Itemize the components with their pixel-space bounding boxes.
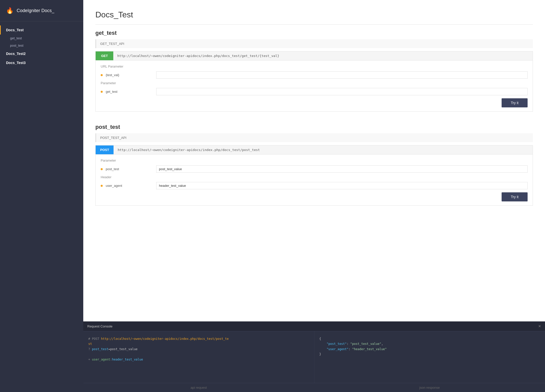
param-dot-icon <box>101 91 103 93</box>
param-row-post-test: post_test <box>101 165 528 173</box>
console-json-open: { <box>319 336 540 341</box>
param-dot-icon <box>101 74 103 76</box>
param-name-get-test: get_test <box>106 90 156 94</box>
code-header-val: header_test_value <box>112 358 143 361</box>
sidebar-item-docs-test[interactable]: Docs_Test <box>0 25 83 35</box>
console-left-pane: # POST http://localhost/~owen/codeignite… <box>83 331 314 383</box>
header-label-post: Header <box>101 175 528 179</box>
code-query-val: =post_test_value <box>108 347 138 351</box>
console-title: Request Console <box>87 324 113 328</box>
section-get-test: get_test GET_TEST_API GET http://localho… <box>95 30 533 112</box>
params-label-post: Parameter <box>101 159 528 162</box>
section-title-post-test: post_test <box>95 124 533 130</box>
main-content: Docs_Test get_test GET_TEST_API GET http… <box>83 0 545 321</box>
page-title: Docs_Test <box>95 10 533 25</box>
code-header-sep: : <box>110 358 112 361</box>
endpoint-bar-get: GET http://localhost/~owen/codeigniter-a… <box>95 51 533 61</box>
console-line-2: ? post_test=post_test_value <box>88 347 309 352</box>
code-method: POST <box>92 337 101 341</box>
section-post-test: post_test POST_TEST_API POST http://loca… <box>95 124 533 206</box>
console-body: # POST http://localhost/~owen/codeignite… <box>83 331 545 383</box>
code-comment: # <box>88 337 92 341</box>
close-icon[interactable]: × <box>538 324 541 328</box>
console-left-label: api request <box>83 383 314 392</box>
code-query-key: post_test <box>92 347 108 351</box>
console-line-1: # POST http://localhost/~owen/codeignite… <box>88 336 309 347</box>
param-row-user-agent: user_agent <box>101 182 528 189</box>
param-input-test-val[interactable] <box>156 71 528 79</box>
url-params-label: URL Parameter <box>101 65 528 68</box>
api-description-post: POST_TEST_API <box>95 133 533 142</box>
param-name-post-test: post_test <box>106 167 156 171</box>
sidebar: 🔥 CodeIgniter Docs_ Docs_Test get_test p… <box>0 0 83 392</box>
param-input-user-agent[interactable] <box>156 182 528 189</box>
params-section-get: URL Parameter {test_val} Parameter get_t… <box>95 61 533 112</box>
section-title-get-test: get_test <box>95 30 533 36</box>
code-url: http://localhost/~owen/codeigniter-apido… <box>88 337 229 346</box>
console-json-line-2: "user_agent": "header_test_value" <box>319 347 540 352</box>
request-console: Request Console × # POST http://localhos… <box>83 321 545 392</box>
code-query-prefix: ? <box>88 347 92 351</box>
sidebar-sub-item-get-test[interactable]: get_test <box>0 35 83 42</box>
param-name-test-val: {test_val} <box>106 73 156 77</box>
method-badge-post: POST <box>96 145 114 154</box>
try-btn-row-post: Try it <box>101 192 528 201</box>
console-header: Request Console × <box>83 321 545 331</box>
param-dot-icon <box>101 168 103 170</box>
method-badge-get: GET <box>96 51 113 60</box>
try-it-button-post[interactable]: Try it <box>502 192 528 201</box>
sidebar-nav: Docs_Test get_test post_test Docs_Test2 … <box>0 21 83 392</box>
param-row-test-val: {test_val} <box>101 71 528 79</box>
console-footer: api request json response <box>83 383 545 392</box>
code-header-prefix: + <box>88 358 92 361</box>
endpoint-url-post: http://localhost/~owen/codeigniter-apido… <box>114 145 264 154</box>
console-json-close: } <box>319 352 540 357</box>
sidebar-item-docs-test3[interactable]: Docs_Test3 <box>0 58 83 67</box>
console-right-pane: { "post_test": "post_test_value", "user_… <box>314 331 545 383</box>
console-line-3: + user_agent:header_test_value <box>88 357 309 362</box>
console-json-line-1: "post_test": "post_test_value", <box>319 341 540 346</box>
param-name-user-agent: user_agent <box>106 184 156 188</box>
param-row-get-test: get_test <box>101 88 528 95</box>
params-label-get: Parameter <box>101 81 528 85</box>
app-title: CodeIgniter Docs_ <box>17 8 54 13</box>
try-it-button-get[interactable]: Try it <box>502 98 528 107</box>
param-input-post-test[interactable] <box>156 165 528 173</box>
sidebar-item-docs-test2[interactable]: Docs_Test2 <box>0 49 83 58</box>
try-btn-row-get: Try it <box>101 98 528 107</box>
sidebar-sub-item-post-test[interactable]: post_test <box>0 42 83 49</box>
api-description-get: GET_TEST_API <box>95 39 533 48</box>
endpoint-bar-post: POST http://localhost/~owen/codeigniter-… <box>95 145 533 155</box>
console-right-label: json response <box>314 383 545 392</box>
param-dot-icon <box>101 185 103 187</box>
sidebar-header: 🔥 CodeIgniter Docs_ <box>0 0 83 21</box>
params-section-post: Parameter post_test Header user_agent Tr… <box>95 155 533 206</box>
param-input-get-test[interactable] <box>156 88 528 95</box>
endpoint-url-get: http://localhost/~owen/codeigniter-apido… <box>113 51 283 60</box>
code-header-key: user_agent <box>92 358 110 361</box>
flame-icon: 🔥 <box>6 7 14 14</box>
